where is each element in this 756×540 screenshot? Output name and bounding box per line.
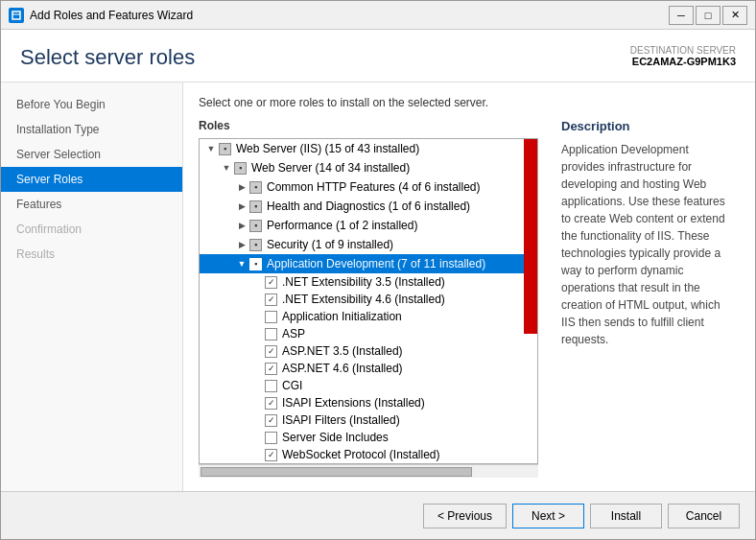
checkbox-ssi[interactable] bbox=[265, 432, 277, 444]
tree-item-web-server[interactable]: ▼ ▪ Web Server (14 of 34 installed) bbox=[200, 158, 537, 177]
label-performance: Performance (1 of 2 installed) bbox=[267, 219, 417, 232]
expander-common-http[interactable]: ▶ bbox=[234, 179, 249, 195]
tree-item-common-http[interactable]: ▶ ▪ Common HTTP Features (4 of 6 install… bbox=[200, 177, 537, 197]
checkbox-security[interactable]: ▪ bbox=[249, 239, 262, 251]
sidebar-item-installation-type[interactable]: Installation Type bbox=[1, 117, 182, 142]
install-button[interactable]: Install bbox=[590, 504, 662, 528]
expander-health-diag[interactable]: ▶ bbox=[234, 199, 249, 214]
checkbox-asp[interactable] bbox=[265, 328, 277, 340]
tree-item-security[interactable]: ▶ ▪ Security (1 of 9 installed) bbox=[200, 235, 537, 254]
checkbox-app-init[interactable] bbox=[265, 311, 277, 323]
expander-performance[interactable]: ▶ bbox=[234, 218, 249, 233]
expander-web-server[interactable]: ▼ bbox=[219, 160, 234, 176]
description-panel: Description Application Development prov… bbox=[548, 119, 740, 478]
maximize-button[interactable]: □ bbox=[696, 6, 721, 25]
content-area: Before You Begin Installation Type Serve… bbox=[1, 82, 755, 491]
checkbox-web-server[interactable]: ▪ bbox=[234, 162, 247, 175]
window-title: Add Roles and Features Wizard bbox=[30, 9, 663, 22]
tree-item-net35[interactable]: ✓ .NET Extensibility 3.5 (Installed) bbox=[200, 273, 537, 291]
checkbox-app-dev[interactable]: ▪ bbox=[249, 258, 262, 270]
checkbox-iis[interactable]: ▪ bbox=[219, 143, 231, 155]
label-health-diag: Health and Diagnostics (1 of 6 installed… bbox=[267, 200, 470, 213]
sidebar-item-features[interactable]: Features bbox=[1, 192, 182, 217]
checkbox-performance[interactable]: ▪ bbox=[249, 220, 262, 232]
checkbox-health-diag[interactable]: ▪ bbox=[249, 200, 262, 213]
sidebar-item-confirmation: Confirmation bbox=[1, 217, 182, 242]
tree-item-aspnet46[interactable]: ✓ ASP.NET 4.6 (Installed) bbox=[200, 360, 537, 377]
next-button[interactable]: Next > bbox=[512, 504, 584, 528]
label-net35: .NET Extensibility 3.5 (Installed) bbox=[282, 275, 445, 289]
expander-app-dev[interactable]: ▼ bbox=[234, 256, 249, 271]
tree-item-websocket[interactable]: ✓ WebSocket Protocol (Installed) bbox=[200, 446, 537, 463]
minimize-button[interactable]: ─ bbox=[669, 6, 694, 25]
label-aspnet46: ASP.NET 4.6 (Installed) bbox=[282, 362, 403, 375]
tree-item-health-diag[interactable]: ▶ ▪ Health and Diagnostics (1 of 6 insta… bbox=[200, 197, 537, 216]
cancel-button[interactable]: Cancel bbox=[668, 504, 740, 528]
hscroll-thumb[interactable] bbox=[201, 467, 472, 477]
checkbox-isapi-ext[interactable]: ✓ bbox=[265, 397, 277, 410]
label-iis: Web Server (IIS) (15 of 43 installed) bbox=[236, 142, 419, 155]
roles-label: Roles bbox=[199, 119, 538, 132]
label-app-dev: Application Development (7 of 11 install… bbox=[267, 257, 485, 270]
main-content: Select one or more roles to install on t… bbox=[183, 82, 755, 491]
sidebar-item-server-selection[interactable]: Server Selection bbox=[1, 142, 182, 167]
sidebar-item-before-you-begin[interactable]: Before You Begin bbox=[1, 92, 182, 117]
checkbox-cgi[interactable] bbox=[265, 380, 277, 392]
main-window: Add Roles and Features Wizard ─ □ ✕ Sele… bbox=[0, 0, 756, 540]
label-net46: .NET Extensibility 4.6 (Installed) bbox=[282, 293, 445, 306]
tree-item-app-dev[interactable]: ▼ ▪ Application Development (7 of 11 ins… bbox=[200, 254, 537, 273]
previous-button[interactable]: < Previous bbox=[423, 504, 507, 528]
label-web-server: Web Server (14 of 34 installed) bbox=[251, 161, 410, 175]
scrollbar-thumb bbox=[524, 139, 537, 334]
window-icon bbox=[9, 8, 24, 23]
label-app-init: Application Initialization bbox=[282, 310, 402, 323]
svg-rect-0 bbox=[12, 12, 20, 19]
label-common-http: Common HTTP Features (4 of 6 installed) bbox=[267, 180, 481, 194]
tree-wrapper: Roles ▼ ▪ Web Server (IIS) (15 of 43 ins… bbox=[199, 119, 538, 478]
expander-security[interactable]: ▶ bbox=[234, 237, 249, 252]
tree-item-isapi-filter[interactable]: ✓ ISAPI Filters (Installed) bbox=[200, 411, 537, 429]
label-security: Security (1 of 9 installed) bbox=[267, 238, 393, 251]
label-ssi: Server Side Includes bbox=[282, 431, 389, 444]
tree-scroll[interactable]: ▼ ▪ Web Server (IIS) (15 of 43 installed… bbox=[200, 139, 537, 463]
label-aspnet35: ASP.NET 3.5 (Installed) bbox=[282, 344, 403, 358]
destination-label: DESTINATION SERVER bbox=[630, 45, 736, 56]
tree-item-ssi[interactable]: Server Side Includes bbox=[200, 429, 537, 446]
hscroll[interactable] bbox=[199, 464, 538, 478]
checkbox-isapi-filter[interactable]: ✓ bbox=[265, 414, 277, 427]
title-bar: Add Roles and Features Wizard ─ □ ✕ bbox=[1, 1, 755, 30]
sidebar-item-server-roles[interactable]: Server Roles bbox=[1, 167, 182, 192]
label-cgi: CGI bbox=[282, 379, 302, 392]
bottom-bar: < Previous Next > Install Cancel bbox=[1, 491, 755, 539]
tree-item-cgi[interactable]: CGI bbox=[200, 377, 537, 394]
checkbox-net35[interactable]: ✓ bbox=[265, 276, 277, 289]
checkbox-net46[interactable]: ✓ bbox=[265, 293, 277, 306]
label-asp: ASP bbox=[282, 327, 305, 340]
sidebar: Before You Begin Installation Type Serve… bbox=[1, 82, 183, 491]
window-controls: ─ □ ✕ bbox=[669, 6, 747, 25]
checkbox-aspnet35[interactable]: ✓ bbox=[265, 345, 277, 358]
expander-iis[interactable]: ▼ bbox=[203, 141, 219, 156]
description-text: Application Development provides infrast… bbox=[561, 141, 726, 348]
tree-item-isapi-ext[interactable]: ✓ ISAPI Extensions (Installed) bbox=[200, 394, 537, 411]
main-and-desc: Roles ▼ ▪ Web Server (IIS) (15 of 43 ins… bbox=[199, 119, 740, 478]
tree-outer: ▼ ▪ Web Server (IIS) (15 of 43 installed… bbox=[199, 138, 538, 464]
close-button[interactable]: ✕ bbox=[722, 6, 747, 25]
tree-item-net46[interactable]: ✓ .NET Extensibility 4.6 (Installed) bbox=[200, 291, 537, 308]
description-title: Description bbox=[561, 119, 726, 133]
sidebar-item-results: Results bbox=[1, 242, 182, 267]
tree-item-web-server-iis[interactable]: ▼ ▪ Web Server (IIS) (15 of 43 installed… bbox=[200, 139, 537, 158]
server-name: EC2AMAZ-G9PM1K3 bbox=[630, 56, 736, 67]
tree-item-aspnet35[interactable]: ✓ ASP.NET 3.5 (Installed) bbox=[200, 342, 537, 360]
tree-item-app-init[interactable]: Application Initialization bbox=[200, 308, 537, 325]
tree-item-performance[interactable]: ▶ ▪ Performance (1 of 2 installed) bbox=[200, 216, 537, 235]
checkbox-websocket[interactable]: ✓ bbox=[265, 449, 277, 461]
label-isapi-filter: ISAPI Filters (Installed) bbox=[282, 413, 400, 427]
header: Select server roles DESTINATION SERVER E… bbox=[1, 30, 755, 82]
tree-item-asp[interactable]: ASP bbox=[200, 325, 537, 342]
instruction-text: Select one or more roles to install on t… bbox=[199, 96, 740, 109]
checkbox-aspnet46[interactable]: ✓ bbox=[265, 363, 277, 375]
checkbox-common-http[interactable]: ▪ bbox=[249, 181, 262, 194]
label-websocket: WebSocket Protocol (Installed) bbox=[282, 448, 440, 461]
label-isapi-ext: ISAPI Extensions (Installed) bbox=[282, 396, 425, 410]
